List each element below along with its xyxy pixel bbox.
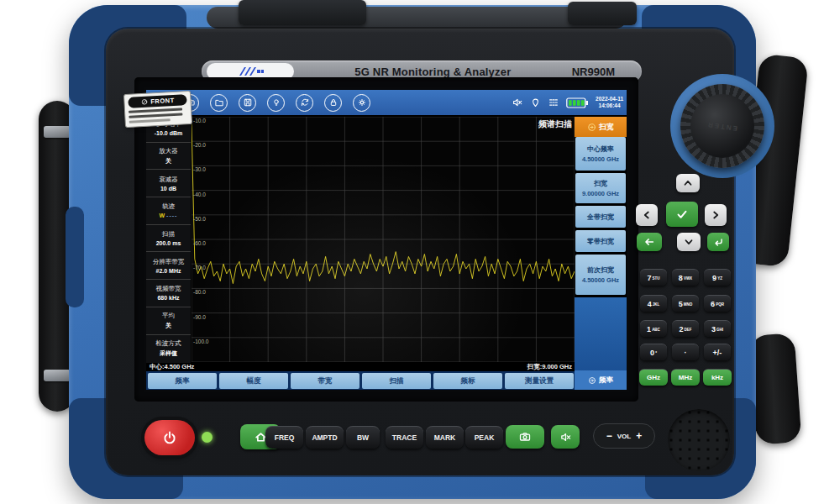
screenshot-button[interactable] <box>506 425 544 449</box>
softkey-span[interactable]: 扫宽 9.00000 GHz <box>575 173 626 203</box>
nav-down-button[interactable] <box>677 233 701 251</box>
settings-sidebar: 参考电平 -10.0 dBm 放大器 关 衰减器 10 dB 轨迹 W ----… <box>146 115 192 363</box>
amptd-button[interactable]: AMPTD <box>306 426 344 449</box>
menu-frequency[interactable]: 频率 <box>148 373 217 389</box>
softkey-last-span[interactable]: 前次扫宽 4.50000 GHz <box>575 255 626 295</box>
trace-style-dashes: ---- <box>166 213 177 218</box>
mark-button[interactable]: MARK <box>426 426 464 449</box>
key-plus-minus[interactable]: +/- <box>704 344 731 360</box>
front-sticker: FRONT <box>123 91 192 128</box>
key-7[interactable]: 7STU <box>640 269 667 286</box>
sidebar-item-label: 分辨率带宽 <box>153 258 185 266</box>
menu-marker[interactable]: 频标 <box>433 373 502 389</box>
device-title: 5G NR Monitoring & Analyzer <box>302 66 564 78</box>
file-manager-icon[interactable] <box>210 94 228 112</box>
spectrum-analyzer-device: 5G NR Monitoring & Analyzer NR990M ENTER <box>0 0 824 504</box>
key-6[interactable]: 6PQR <box>704 295 731 312</box>
freq-button[interactable]: FREQ <box>265 426 303 449</box>
y-tick-label: -70.0 <box>193 265 206 270</box>
backlight-icon[interactable] <box>267 94 285 112</box>
left-strap-buckle <box>44 126 71 138</box>
key-8[interactable]: 8VWX <box>672 269 699 286</box>
menu-amplitude[interactable]: 幅度 <box>219 373 288 389</box>
sidebar-item-label: 放大器 <box>159 147 178 155</box>
volume-up-label[interactable]: + <box>636 430 642 442</box>
save-icon[interactable] <box>239 94 256 112</box>
key-3[interactable]: 3GHI <box>704 320 731 337</box>
arrow-left-icon <box>643 236 655 248</box>
bw-button[interactable]: BW <box>346 426 380 449</box>
lock-icon[interactable] <box>324 94 342 112</box>
key-2[interactable]: 2DEF <box>672 320 699 337</box>
sidebar-item-label: 轨迹 <box>162 202 175 211</box>
sidebar-item-vbw[interactable]: 视频带宽 680 kHz <box>146 280 191 307</box>
key-khz[interactable]: kHz <box>703 369 732 386</box>
volume-down-label[interactable]: − <box>606 430 612 442</box>
peak-button[interactable]: PEAK <box>465 426 503 449</box>
sidebar-item-label: 平均 <box>162 312 175 320</box>
power-button[interactable] <box>144 420 195 455</box>
key-ghz[interactable]: GHz <box>639 369 668 386</box>
left-strap-buckle-bottom <box>44 370 71 381</box>
key-5[interactable]: 5MNO <box>672 295 699 312</box>
span-menu-button[interactable]: 扫宽 <box>575 117 627 137</box>
sidebar-item-attenuator[interactable]: 衰减器 10 dB <box>146 170 191 197</box>
menu-measure-setup[interactable]: 测量设置 <box>505 373 574 389</box>
softkey-center-frequency[interactable]: 中心频率 4.50000 GHz <box>575 137 626 171</box>
volume-rocker[interactable]: − VOL + <box>593 423 655 449</box>
brand-logo-icon <box>236 66 265 77</box>
menu-sweep[interactable]: 扫描 <box>362 373 431 389</box>
top-port-cover-left <box>239 0 366 25</box>
circled-arrow-icon <box>588 376 596 385</box>
menu-bandwidth[interactable]: 带宽 <box>291 373 360 389</box>
softkey-full-span[interactable]: 全带扫宽 <box>575 206 626 228</box>
sidebar-item-value: #2.0 MHz <box>156 268 181 274</box>
sidebar-item-rbw[interactable]: 分辨率带宽 #2.0 MHz <box>146 252 191 280</box>
sidebar-item-amplifier[interactable]: 放大器 关 <box>146 143 191 171</box>
sidebar-item-value: 关 <box>165 322 171 330</box>
mute-button[interactable] <box>551 425 580 449</box>
softkey-zero-span[interactable]: 零带扫宽 <box>575 230 626 252</box>
plot-gridlines <box>192 117 575 362</box>
spectrum-plot[interactable]: -10.0-20.0-30.0-40.0-50.0-60.0-70.0-80.0… <box>192 117 575 362</box>
key-decimal[interactable]: · <box>672 344 699 360</box>
key-4[interactable]: 4JKL <box>640 295 667 312</box>
y-tick-label: -30.0 <box>193 166 206 172</box>
return-button[interactable] <box>707 233 729 251</box>
sticker-fine-print <box>129 118 171 123</box>
sidebar-item-sweep[interactable]: 扫描 200.0 ms <box>146 225 191 253</box>
frequency-menu-button[interactable]: 频率 <box>575 370 627 390</box>
chevron-left-icon <box>641 209 653 221</box>
sidebar-item-average[interactable]: 平均 关 <box>146 307 191 335</box>
sidebar-item-detector[interactable]: 检波方式 采样值 <box>146 335 191 363</box>
center-frequency-readout: 中心:4.500 GHz <box>150 363 194 371</box>
sticker-fine-print <box>129 108 182 113</box>
key-mhz[interactable]: MHz <box>671 369 700 386</box>
chevron-up-icon <box>682 177 694 189</box>
left-edge-bumper <box>66 207 84 307</box>
sidebar-item-trace[interactable]: 轨迹 W ---- <box>146 197 191 225</box>
screen-toolbar: 2022-04-11 14:06:44 <box>146 90 627 115</box>
nav-left-button[interactable] <box>636 204 658 226</box>
settings-gear-icon[interactable] <box>353 94 370 112</box>
back-button[interactable] <box>637 233 662 251</box>
key-1[interactable]: 1ABC <box>640 320 667 337</box>
sidebar-item-value: 采样值 <box>160 349 177 358</box>
nav-right-button[interactable] <box>705 204 727 226</box>
return-arrow-icon <box>713 237 724 248</box>
rotary-enter-knob[interactable]: ENTER <box>690 94 754 158</box>
battery-icon <box>566 97 589 108</box>
trace-button[interactable]: TRACE <box>386 426 423 449</box>
nav-up-button[interactable] <box>676 174 700 192</box>
speaker-mute-icon <box>559 431 572 444</box>
circled-arrow-icon <box>587 123 596 132</box>
softkey-panel: 扫宽 中心频率 4.50000 GHz 扫宽 9.00000 GHz 全带扫宽 … <box>575 115 627 390</box>
key-9[interactable]: 9YZ <box>704 269 731 286</box>
key-0[interactable]: 0* <box>640 344 667 360</box>
confirm-button[interactable] <box>666 202 698 227</box>
time-text: 14:06:44 <box>596 102 623 109</box>
device-model: NR990M <box>572 66 630 78</box>
y-tick-label: -90.0 <box>193 314 206 320</box>
mute-status-icon <box>512 97 523 108</box>
refresh-icon[interactable] <box>296 94 313 112</box>
